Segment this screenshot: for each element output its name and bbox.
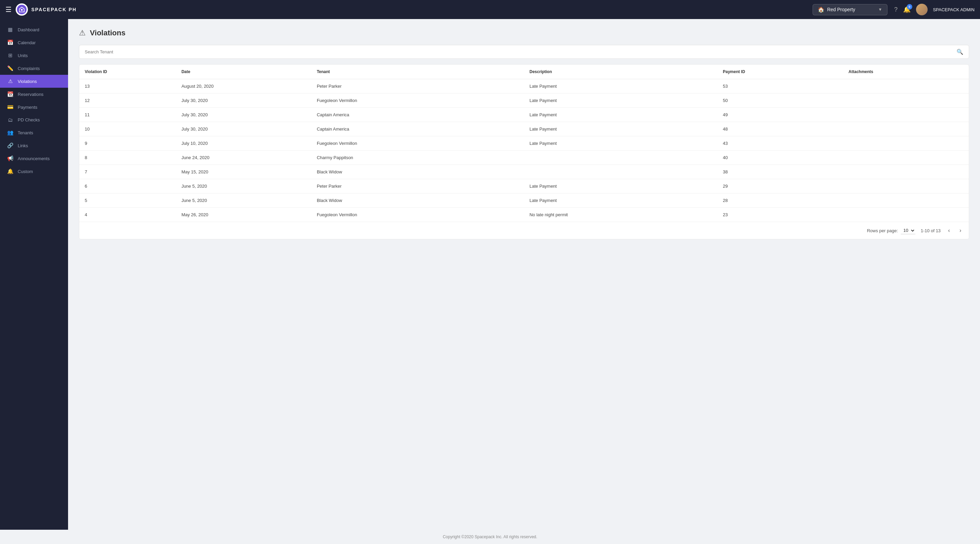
table-row: 5 June 5, 2020 Black Widow Late Payment … xyxy=(79,193,969,208)
cell-payment: 23 xyxy=(717,208,843,222)
cell-tenant: Fuegoleon Vermillon xyxy=(311,136,524,151)
sidebar-icon-reservations: 📆 xyxy=(7,91,14,97)
cell-attachments xyxy=(843,136,969,151)
sidebar-icon-payments: 💳 xyxy=(7,104,14,110)
table-row: 11 July 30, 2020 Captain America Late Pa… xyxy=(79,108,969,122)
cell-date: May 15, 2020 xyxy=(176,165,311,179)
col-header-tenant: Tenant xyxy=(311,65,524,79)
cell-payment: 43 xyxy=(717,136,843,151)
notification-icon[interactable]: 🔔 0 xyxy=(903,6,911,13)
cell-date: July 30, 2020 xyxy=(176,94,311,108)
cell-description: Late Payment xyxy=(524,136,717,151)
cell-tenant: Black Widow xyxy=(311,165,524,179)
cell-date: August 20, 2020 xyxy=(176,79,311,94)
sidebar-icon-links: 🔗 xyxy=(7,143,14,149)
notification-badge: 0 xyxy=(907,4,912,10)
user-name: SPACEPACK ADMIN xyxy=(933,7,975,12)
cell-payment: 28 xyxy=(717,193,843,208)
cell-description: Late Payment xyxy=(524,193,717,208)
cell-date: June 24, 2020 xyxy=(176,151,311,165)
sidebar: ▦ Dashboard 📅 Calendar ⊞ Units ✏️ Compla… xyxy=(0,19,68,530)
cell-description xyxy=(524,165,717,179)
cell-id: 8 xyxy=(79,151,176,165)
next-page-button[interactable]: › xyxy=(958,226,963,235)
hamburger-menu-icon[interactable]: ☰ xyxy=(5,5,11,14)
table-row: 9 July 10, 2020 Fuegoleon Vermillon Late… xyxy=(79,136,969,151)
violations-table-body: 13 August 20, 2020 Peter Parker Late Pay… xyxy=(79,79,969,222)
page-title: Violations xyxy=(90,29,126,37)
cell-id: 10 xyxy=(79,122,176,136)
cell-description: Late Payment xyxy=(524,94,717,108)
cell-attachments xyxy=(843,193,969,208)
sidebar-icon-units: ⊞ xyxy=(7,52,14,59)
col-header-payment: Payment ID xyxy=(717,65,843,79)
sidebar-icon-violations: ⚠ xyxy=(7,78,14,84)
pagination: Rows per page: 10 25 50 1-10 of 13 ‹ › xyxy=(79,222,969,239)
sidebar-label-violations: Violations xyxy=(18,79,37,84)
search-input[interactable] xyxy=(85,49,956,54)
col-header-attachments: Attachments xyxy=(843,65,969,79)
cell-attachments xyxy=(843,208,969,222)
avatar-image xyxy=(916,4,928,15)
cell-attachments xyxy=(843,151,969,165)
table-row: 4 May 26, 2020 Fuegoleon Vermillon No la… xyxy=(79,208,969,222)
sidebar-item-violations[interactable]: ⚠ Violations xyxy=(0,75,68,88)
col-header-description: Description xyxy=(524,65,717,79)
avatar[interactable] xyxy=(916,4,928,15)
chevron-down-icon: ▼ xyxy=(878,7,882,12)
sidebar-item-complaints[interactable]: ✏️ Complaints xyxy=(0,62,68,75)
rows-per-page: Rows per page: 10 25 50 xyxy=(867,227,915,234)
sidebar-label-links: Links xyxy=(18,143,28,148)
cell-description xyxy=(524,151,717,165)
sidebar-label-tenants: Tenants xyxy=(18,130,33,135)
cell-date: July 30, 2020 xyxy=(176,122,311,136)
rows-per-page-select[interactable]: 10 25 50 xyxy=(901,227,915,234)
violations-table-container: Violation ID Date Tenant Description Pay… xyxy=(79,64,969,239)
cell-payment: 53 xyxy=(717,79,843,94)
cell-description: No late night permit xyxy=(524,208,717,222)
sidebar-item-units[interactable]: ⊞ Units xyxy=(0,49,68,62)
sidebar-item-pd-checks[interactable]: 🗂 PD Checks xyxy=(0,114,68,126)
sidebar-item-links[interactable]: 🔗 Links xyxy=(0,139,68,152)
sidebar-icon-calendar: 📅 xyxy=(7,40,14,46)
sidebar-item-tenants[interactable]: 👥 Tenants xyxy=(0,126,68,139)
content-area: ⚠ Violations 🔍 Violation ID Date Tenant … xyxy=(68,19,980,530)
search-icon: 🔍 xyxy=(956,49,963,55)
sidebar-item-dashboard[interactable]: ▦ Dashboard xyxy=(0,23,68,36)
sidebar-item-calendar[interactable]: 📅 Calendar xyxy=(0,36,68,49)
sidebar-item-reservations[interactable]: 📆 Reservations xyxy=(0,88,68,101)
sidebar-label-pd-checks: PD Checks xyxy=(18,117,40,122)
cell-description: Late Payment xyxy=(524,122,717,136)
violations-table: Violation ID Date Tenant Description Pay… xyxy=(79,65,969,222)
property-selector[interactable]: 🏠 Red Property ▼ xyxy=(813,4,888,15)
property-selector-container: 🏠 Red Property ▼ xyxy=(813,4,888,15)
col-header-date: Date xyxy=(176,65,311,79)
cell-payment: 40 xyxy=(717,151,843,165)
cell-attachments xyxy=(843,179,969,193)
cell-payment: 48 xyxy=(717,122,843,136)
prev-page-button[interactable]: ‹ xyxy=(946,226,952,235)
violations-header-icon: ⚠ xyxy=(79,29,86,37)
top-nav: ☰ SPACEPACK PH 🏠 Red Property ▼ ? 🔔 0 xyxy=(0,0,980,19)
help-icon[interactable]: ? xyxy=(894,6,898,13)
cell-id: 4 xyxy=(79,208,176,222)
footer-text: Copyright ©2020 Spacepack Inc. All right… xyxy=(443,534,537,539)
table-row: 8 June 24, 2020 Charmy Pappitson 40 xyxy=(79,151,969,165)
sidebar-icon-dashboard: ▦ xyxy=(7,27,14,33)
cell-payment: 49 xyxy=(717,108,843,122)
cell-id: 12 xyxy=(79,94,176,108)
sidebar-item-payments[interactable]: 💳 Payments xyxy=(0,101,68,114)
cell-id: 5 xyxy=(79,193,176,208)
cell-tenant: Captain America xyxy=(311,122,524,136)
cell-id: 11 xyxy=(79,108,176,122)
pagination-range: 1-10 of 13 xyxy=(921,228,941,233)
col-header-id: Violation ID xyxy=(79,65,176,79)
cell-tenant: Black Widow xyxy=(311,193,524,208)
cell-tenant: Peter Parker xyxy=(311,79,524,94)
table-row: 10 July 30, 2020 Captain America Late Pa… xyxy=(79,122,969,136)
sidebar-item-announcements[interactable]: 📢 Announcements xyxy=(0,152,68,165)
sidebar-item-custom[interactable]: 🔔 Custom xyxy=(0,165,68,178)
cell-date: May 26, 2020 xyxy=(176,208,311,222)
cell-id: 13 xyxy=(79,79,176,94)
sidebar-label-dashboard: Dashboard xyxy=(18,27,40,32)
